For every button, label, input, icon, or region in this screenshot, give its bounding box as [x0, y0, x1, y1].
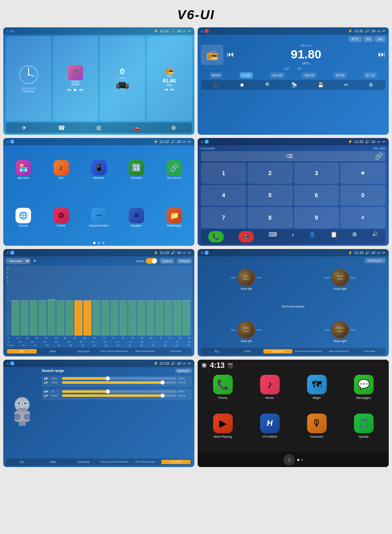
eq-tab-surround[interactable]: Surround	[69, 349, 98, 354]
key-5[interactable]: 5	[247, 185, 293, 206]
nav-apps[interactable]: ⊞	[96, 125, 101, 131]
key-hash[interactable]: #	[340, 207, 385, 228]
scan-icon[interactable]: 🔍	[265, 82, 271, 88]
headphones-icon[interactable]: 🎧	[213, 82, 219, 88]
key-1[interactable]: 1	[201, 162, 246, 183]
cp-app-hyundai[interactable]: H HYUNDAI	[248, 414, 292, 449]
app-filemanager[interactable]: 📁 FileManager	[157, 195, 192, 240]
app-equalizer[interactable]: ≡ Equalizer	[119, 195, 154, 240]
default-button[interactable]: Default	[177, 258, 192, 264]
preset-5[interactable]: 87.80	[334, 72, 347, 78]
s7-tab-filter[interactable]: Sound filter	[161, 460, 191, 464]
cp-app-nowplaying[interactable]: ▶ Now Playing	[201, 414, 245, 449]
eq-tab-bass[interactable]: Bass Enhancement	[130, 349, 160, 354]
s7-tab-field[interactable]: Field	[38, 460, 68, 464]
s6-tab-field[interactable]: Field	[233, 349, 262, 354]
key-9[interactable]: 9	[294, 207, 339, 228]
nav-widget[interactable]: 0 km/h	[100, 36, 145, 121]
phone-settings-icon[interactable]: ⚙	[352, 231, 357, 243]
save-icon[interactable]: 💾	[318, 82, 324, 88]
call-log-icon[interactable]: 📋	[330, 231, 337, 243]
s7-tab-surround[interactable]: Surround	[69, 460, 98, 464]
s6-tab-bass[interactable]: Bass Enhancement	[324, 349, 354, 354]
carplay-home-button[interactable]: ⌂	[283, 454, 295, 465]
nav-airplane[interactable]: ✈	[22, 125, 27, 131]
fr-knob[interactable]: 1.0ms32cm	[331, 269, 349, 287]
music-widget[interactable]: 🎵 Songs Author ⏮ ▶ ⏭	[53, 36, 98, 121]
cp-app-overcast[interactable]: 🎙 Overcast	[295, 414, 339, 449]
app-calculator[interactable]: 🔢 Calculator	[119, 147, 154, 192]
switch-button[interactable]: Switch	[160, 258, 174, 264]
contacts-icon[interactable]: 👤	[309, 231, 316, 243]
eq-preset-dropdown[interactable]: Standard Rock Pop Jazz	[6, 258, 31, 264]
rl-knob[interactable]: 1.0ms32cm	[237, 321, 255, 339]
prev-btn[interactable]: ⏮	[67, 87, 71, 92]
end-button[interactable]: 📵	[238, 231, 254, 243]
toggle-icon[interactable]: ⏺	[240, 82, 245, 88]
nav-car[interactable]: 🚗	[133, 125, 140, 131]
cp-app-messages[interactable]: 💬 Messages	[342, 375, 385, 410]
fm-seek-prev[interactable]: ⏮	[227, 50, 234, 59]
app-carlink[interactable]: 🔗 Car Link 2.0	[157, 147, 192, 192]
app-aux[interactable]: ♪ AUX	[43, 147, 78, 192]
sound-range-default-btn[interactable]: DEFAULT	[175, 369, 192, 373]
key-3[interactable]: 3	[294, 162, 339, 183]
key-4[interactable]: 4	[201, 185, 246, 206]
s6-tab-surround[interactable]: Surround	[263, 349, 293, 354]
key-6[interactable]: 6	[294, 185, 339, 206]
eq-tab-eq[interactable]: EQ	[7, 349, 37, 354]
fm-settings-icon[interactable]: ⚙	[369, 82, 373, 88]
cp-app-music[interactable]: ♪ Music	[248, 375, 292, 410]
app-bluetooth[interactable]: 📱 Bluetooth	[81, 147, 116, 192]
s6-tab-eq[interactable]: EQ	[202, 349, 232, 354]
music-icon[interactable]: ♪	[292, 231, 294, 243]
signal-icon[interactable]: 📡	[291, 82, 297, 88]
pty-button[interactable]: PTY	[349, 36, 362, 42]
af-button[interactable]: AF	[375, 36, 385, 42]
app-easyconnection[interactable]: ↔ EasyConnection	[81, 195, 116, 240]
phone-volume-icon[interactable]: 🔊	[372, 231, 378, 243]
lp-track-2[interactable]	[62, 394, 176, 397]
surround-default-btn[interactable]: DEFAULT	[365, 258, 385, 263]
edit-icon[interactable]: ✏	[344, 82, 348, 88]
play-btn[interactable]: ▶	[74, 87, 77, 92]
s7-tab-bass[interactable]: Bass Enhancement	[130, 460, 160, 464]
preset-6[interactable]: 97.10	[364, 72, 377, 78]
nav-settings[interactable]: ⚙	[171, 125, 176, 131]
eq-tab-field[interactable]: Field	[38, 349, 68, 354]
app-appstore[interactable]: 🏪 App Store	[6, 147, 41, 192]
delete-button[interactable]: ⌫	[286, 154, 293, 159]
s6-tab-filter[interactable]: Sound filter	[355, 349, 384, 354]
hp-track-1[interactable]	[62, 377, 176, 380]
fm-next-btn[interactable]: ⏭	[171, 87, 174, 91]
app-control[interactable]: ⚙ Control	[43, 195, 78, 240]
key-8[interactable]: 8	[247, 207, 293, 228]
s7-tab-eq[interactable]: EQ	[7, 460, 37, 464]
ta-button[interactable]: TA	[363, 36, 374, 42]
preset-2[interactable]: 91.80	[240, 72, 253, 78]
lp-track-1[interactable]	[62, 381, 176, 384]
loud-toggle[interactable]	[146, 258, 157, 264]
key-2[interactable]: 2	[247, 162, 293, 183]
fl-knob[interactable]: 0ms68cm	[237, 269, 255, 287]
key-7[interactable]: 7	[201, 207, 246, 228]
rr-knob[interactable]: 0.5ms10cm	[331, 321, 349, 339]
fm-widget[interactable]: 📻 FM 91.80 MHz ⏮ ⏭	[147, 36, 192, 121]
eq-tab-filter[interactable]: Sound filter	[161, 349, 191, 354]
call-button[interactable]: 📞	[208, 231, 224, 243]
cp-app-phone[interactable]: 📞 Phone	[201, 375, 245, 410]
next-btn[interactable]: ⏭	[80, 87, 84, 92]
app-chrome[interactable]: 🌐 Chrome	[6, 195, 41, 240]
s6-tab-stereo[interactable]: Stereo sound enhancement	[294, 349, 323, 354]
fm-prev-btn[interactable]: ⏮	[165, 87, 168, 91]
key-star[interactable]: ★	[340, 162, 385, 183]
fm-seek-next[interactable]: ⏭	[378, 50, 385, 59]
preset-4[interactable]: 105.70	[302, 72, 316, 78]
nav-phone[interactable]: ☎	[58, 125, 65, 131]
hp-track-2[interactable]	[62, 390, 176, 393]
preset-3[interactable]: 101.20	[270, 72, 285, 78]
cp-app-maps[interactable]: 🗺 Maps	[295, 375, 339, 410]
dialpad-icon[interactable]: ⌨	[269, 231, 277, 243]
eq-tab-stereo[interactable]: Stereo sound enhancement	[100, 349, 129, 354]
key-0[interactable]: 0	[340, 185, 385, 206]
